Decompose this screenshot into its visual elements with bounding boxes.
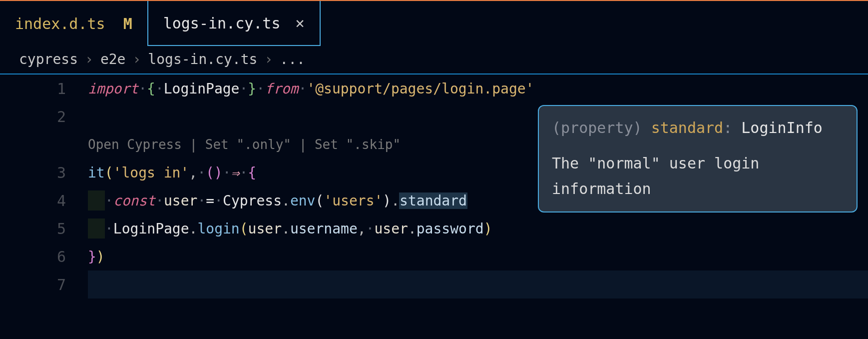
tab-logs-in-cy-ts[interactable]: logs-in.cy.ts ✕ xyxy=(147,1,321,46)
identifier-user: user xyxy=(164,192,197,209)
method-login: login xyxy=(197,220,239,237)
whitespace-dot: · xyxy=(223,164,231,181)
paren: () xyxy=(206,164,223,181)
property-password: password xyxy=(417,220,484,237)
tab-modified-badge: M xyxy=(123,15,132,32)
dot: . xyxy=(408,220,417,237)
dot: . xyxy=(282,220,290,237)
comma: , xyxy=(358,220,366,237)
codelens-set-skip[interactable]: Set ".skip" xyxy=(315,137,401,152)
whitespace-dot: · xyxy=(155,192,164,209)
chevron-right-icon: › xyxy=(85,51,93,68)
tab-label: logs-in.cy.ts xyxy=(163,14,281,32)
code-area[interactable]: import·{·LoginPage·}·from·'@support/page… xyxy=(88,74,868,339)
hover-prop-name: standard xyxy=(651,119,724,136)
keyword-const: const xyxy=(113,192,155,209)
chevron-right-icon: › xyxy=(132,51,141,68)
dot: . xyxy=(189,220,198,237)
identifier-user: user xyxy=(248,220,282,237)
close-icon[interactable]: ✕ xyxy=(296,16,305,30)
codelens-set-only[interactable]: Set ".only" xyxy=(205,137,291,152)
whitespace-dot: · xyxy=(214,192,223,209)
codelens-open-cypress[interactable]: Open Cypress xyxy=(88,137,182,152)
string-literal: 'logs in' xyxy=(113,164,189,181)
identifier-loginpage: LoginPage xyxy=(113,220,189,237)
property-standard[interactable]: standard xyxy=(399,192,467,209)
paren: ( xyxy=(315,192,324,209)
brace: { xyxy=(147,80,155,97)
tab-label: index.d.ts xyxy=(15,15,105,32)
hover-prefix: (property) xyxy=(552,119,651,136)
chevron-right-icon: › xyxy=(264,51,273,68)
method-env: env xyxy=(290,192,316,209)
paren: ) xyxy=(96,248,105,265)
code-line[interactable]: }) xyxy=(88,242,868,270)
fn-it: it xyxy=(88,164,105,181)
keyword-import: import xyxy=(88,80,138,97)
whitespace-dot: · xyxy=(197,164,206,181)
code-line[interactable]: import·{·LoginPage·}·from·'@support/page… xyxy=(88,74,868,102)
identifier-cypress: Cypress xyxy=(223,192,282,209)
breadcrumb-segment[interactable]: e2e xyxy=(100,51,126,68)
hover-type: LoginInfo xyxy=(741,119,823,136)
paren: ( xyxy=(105,164,113,181)
comma: , xyxy=(189,164,197,181)
gutter-spacer xyxy=(0,130,66,158)
breadcrumb[interactable]: cypress › e2e › logs-in.cy.ts › ... xyxy=(0,46,868,74)
hover-signature: (property) standard: LoginInfo xyxy=(552,115,844,140)
whitespace-dot: · xyxy=(298,80,307,97)
code-line[interactable]: ·LoginPage.login(user.username,·user.pas… xyxy=(88,214,868,242)
whitespace-dot: · xyxy=(105,192,113,209)
line-number: 4 xyxy=(0,186,66,214)
brace: { xyxy=(248,164,256,181)
line-gutter: 1 2 3 4 5 6 7 xyxy=(0,74,88,339)
hover-tooltip: (property) standard: LoginInfo The "norm… xyxy=(538,105,858,212)
whitespace-dot: · xyxy=(239,164,248,181)
line-number: 5 xyxy=(0,214,66,242)
line-number: 1 xyxy=(0,74,66,102)
line-number: 3 xyxy=(0,158,66,186)
tab-index-d-ts[interactable]: index.d.ts M xyxy=(0,1,147,46)
code-editor[interactable]: 1 2 3 4 5 6 7 import·{·LoginPage·}·from·… xyxy=(0,74,868,339)
identifier-user: user xyxy=(374,220,408,237)
breadcrumb-segment[interactable]: cypress xyxy=(19,51,78,68)
string-literal: 'users' xyxy=(324,192,383,209)
arrow-icon: ⇒ xyxy=(231,164,240,181)
whitespace-dot: · xyxy=(256,80,265,97)
brace: } xyxy=(248,80,256,97)
line-number: 2 xyxy=(0,102,66,130)
line-number: 6 xyxy=(0,242,66,270)
keyword-from: from xyxy=(265,80,298,97)
whitespace-dot: · xyxy=(197,192,206,209)
indent-guide xyxy=(88,218,105,238)
paren: ) xyxy=(484,220,492,237)
tab-bar: index.d.ts M logs-in.cy.ts ✕ xyxy=(0,0,868,46)
hover-colon: : xyxy=(723,119,741,136)
breadcrumb-segment[interactable]: logs-in.cy.ts xyxy=(148,51,257,68)
breadcrumb-segment[interactable]: ... xyxy=(280,51,305,68)
whitespace-dot: · xyxy=(366,220,375,237)
whitespace-dot: · xyxy=(138,80,147,97)
property-username: username xyxy=(290,220,358,237)
whitespace-dot: · xyxy=(105,220,113,237)
dot: . xyxy=(282,192,290,209)
paren: ) xyxy=(383,192,391,209)
string-literal: '@support/pages/login.page' xyxy=(307,80,534,97)
whitespace-dot: · xyxy=(239,80,248,97)
code-line[interactable] xyxy=(88,270,868,298)
identifier: LoginPage xyxy=(164,80,240,97)
editor-window: index.d.ts M logs-in.cy.ts ✕ cypress › e… xyxy=(0,0,868,339)
line-number: 7 xyxy=(0,270,66,298)
equals: = xyxy=(206,192,214,209)
brace: } xyxy=(88,248,96,265)
whitespace-dot: · xyxy=(155,80,164,97)
indent-guide xyxy=(88,190,105,210)
dot: . xyxy=(391,192,400,209)
hover-description: The "normal" user login information xyxy=(552,150,844,202)
paren: ( xyxy=(240,220,248,237)
